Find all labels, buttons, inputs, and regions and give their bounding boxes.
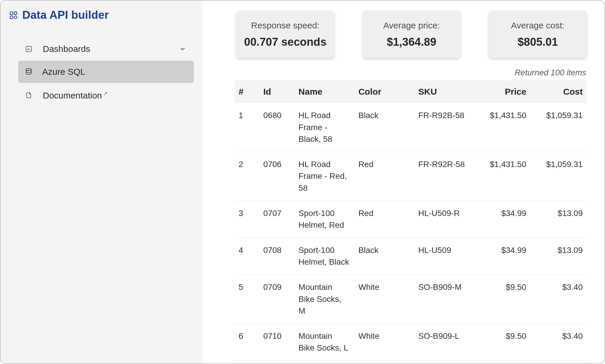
sidebar-group-dashboards[interactable]: Dashboards (18, 38, 194, 59)
svg-rect-1 (14, 12, 17, 14)
cell-num: 5 (234, 275, 259, 324)
cell-id: 0708 (259, 238, 294, 275)
cell-color: Red (354, 152, 414, 201)
svg-point-3 (14, 16, 17, 18)
svg-rect-2 (10, 16, 13, 18)
stats-row: Response speed: 00.707 seconds Average p… (234, 11, 587, 58)
cell-num: 4 (234, 238, 259, 275)
dashboard-icon (25, 45, 33, 52)
cell-num: 1 (234, 103, 259, 152)
sidebar-nav: Dashboards (1, 38, 203, 106)
stat-value: $805.01 (518, 36, 558, 48)
cell-sku: SO-B909-M (414, 275, 474, 324)
cell-cost: $13.09 (531, 201, 587, 238)
cell-sku: HL-U509-R (414, 201, 474, 238)
column-header-id[interactable]: Id (259, 80, 294, 103)
cell-color: White (354, 275, 414, 324)
stat-label: Average cost: (511, 21, 565, 30)
cell-id: 0711 (259, 360, 294, 363)
cell-price: $9.50 (474, 324, 530, 360)
external-link-icon: ↗ (103, 91, 108, 96)
cell-cost: $3.40 (531, 324, 587, 360)
cell-name: Mountain Bike Socks, M (294, 275, 354, 324)
cell-price: $34.99 (474, 201, 530, 238)
svg-point-5 (26, 69, 31, 71)
sidebar-item-azure-sql[interactable]: Azure SQL (18, 61, 194, 83)
cell-id: 0680 (259, 103, 294, 152)
column-header-num[interactable]: # (234, 80, 259, 103)
cell-color: Black (354, 238, 414, 275)
app-title: Data API builder (22, 9, 109, 21)
file-icon (25, 92, 33, 99)
cell-sku: FR-R92R-58 (414, 152, 474, 201)
column-header-color[interactable]: Color (354, 80, 414, 103)
stat-average-cost: Average cost: $805.01 (489, 11, 587, 58)
cell-name: Mountain Bike Socks, L (294, 324, 354, 360)
cell-cost: $3.40 (531, 275, 587, 324)
cell-sku: HL-U509-B (414, 360, 474, 363)
table-row[interactable]: 10680HL Road Frame - Black, 58BlackFR-R9… (234, 103, 587, 152)
stat-response-speed: Response speed: 00.707 seconds (236, 11, 334, 58)
cell-cost: $13.09 (531, 360, 587, 363)
sidebar-item-label: Documentation↗ (43, 90, 108, 101)
svg-rect-0 (10, 12, 13, 14)
products-table: # Id Name Color SKU Price Cost 10680HL R… (234, 80, 587, 363)
cell-price: $34.99 (474, 360, 530, 363)
cell-price: $34.99 (474, 238, 530, 275)
cell-price: $1,431.50 (474, 152, 530, 201)
cell-id: 0707 (259, 201, 294, 238)
stat-label: Average price: (383, 21, 440, 30)
cell-num: 7 (234, 360, 259, 363)
database-icon (25, 68, 33, 76)
cell-sku: FR-R92B-58 (414, 103, 474, 152)
sidebar-group-label: Dashboards (43, 44, 90, 54)
sidebar: Data API builder Dashboards (1, 1, 203, 363)
cell-name: Sport-100 Helmet, Black (294, 238, 354, 275)
stat-value: 00.707 seconds (244, 36, 327, 48)
app-window: Data API builder Dashboards (0, 0, 605, 364)
table-header: # Id Name Color SKU Price Cost (234, 80, 587, 103)
cell-num: 3 (234, 201, 259, 238)
table-body: 10680HL Road Frame - Black, 58BlackFR-R9… (234, 103, 587, 363)
table-row[interactable]: 40708Sport-100 Helmet, BlackBlackHL-U509… (234, 238, 587, 275)
column-header-sku[interactable]: SKU (414, 80, 474, 103)
table-row[interactable]: 50709Mountain Bike Socks, MWhiteSO-B909-… (234, 275, 587, 324)
cell-color: Red (354, 201, 414, 238)
column-header-price[interactable]: Price (474, 80, 530, 103)
stat-label: Response speed: (251, 21, 320, 30)
sidebar-header: Data API builder (1, 9, 203, 38)
cell-color: Black (354, 103, 414, 152)
cell-sku: SO-B909-L (414, 324, 474, 360)
cell-name: HL Road Frame - Red, 58 (294, 152, 354, 201)
cell-id: 0706 (259, 152, 294, 201)
cell-name: HL Road Frame - Black, 58 (294, 103, 354, 152)
table-row[interactable]: 70711Sport-100 Helmet, BlueBlueHL-U509-B… (234, 360, 587, 363)
layout: Data API builder Dashboards (1, 1, 604, 363)
app-logo-icon (9, 11, 18, 19)
table-row[interactable]: 60710Mountain Bike Socks, LWhiteSO-B909-… (234, 324, 587, 360)
cell-num: 6 (234, 324, 259, 360)
column-header-cost[interactable]: Cost (531, 80, 587, 103)
cell-cost: $1,059.31 (531, 103, 587, 152)
cell-color: White (354, 324, 414, 360)
sidebar-item-documentation[interactable]: Documentation↗ (18, 85, 194, 106)
sidebar-item-label: Azure SQL (42, 67, 85, 77)
chevron-down-icon (179, 45, 186, 52)
cell-price: $9.50 (474, 275, 530, 324)
cell-id: 0710 (259, 324, 294, 360)
cell-sku: HL-U509 (414, 238, 474, 275)
cell-color: Blue (354, 360, 414, 363)
cell-name: Sport-100 Helmet, Red (294, 201, 354, 238)
table-row[interactable]: 20706HL Road Frame - Red, 58RedFR-R92R-5… (234, 152, 587, 201)
main-content[interactable]: Response speed: 00.707 seconds Average p… (203, 1, 604, 363)
cell-name: Sport-100 Helmet, Blue (294, 360, 354, 363)
cell-id: 0709 (259, 275, 294, 324)
documentation-text: Documentation (43, 91, 102, 100)
column-header-name[interactable]: Name (294, 80, 354, 103)
returned-count: Returned 100 items (234, 68, 587, 77)
stat-value: $1,364.89 (387, 36, 436, 48)
table-row[interactable]: 30707Sport-100 Helmet, RedRedHL-U509-R$3… (234, 201, 587, 238)
cell-price: $1,431.50 (474, 103, 530, 152)
cell-cost: $1,059.31 (531, 152, 587, 201)
cell-cost: $13.09 (531, 238, 587, 275)
